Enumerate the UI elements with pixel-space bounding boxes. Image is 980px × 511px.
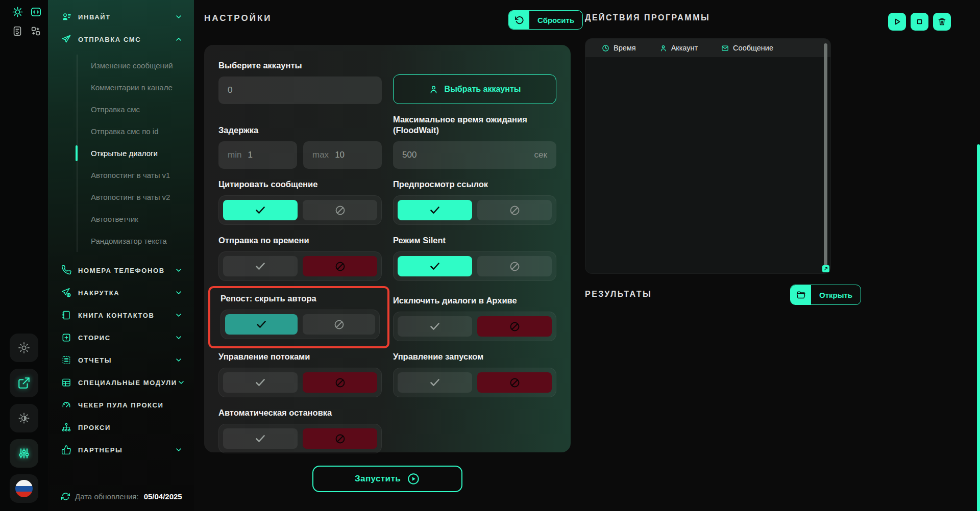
sidebar-item-contacts-book[interactable]: КНИГА КОНТАКТОВ	[48, 304, 194, 326]
folder-open-icon	[791, 285, 811, 304]
envelope-icon	[721, 44, 729, 52]
column-account[interactable]: Аккаунт	[659, 44, 698, 52]
toggle-off-button[interactable]	[477, 372, 552, 393]
sidebar-item-reports[interactable]: ОТЧЕТЫ	[48, 349, 194, 371]
toggle-off-button[interactable]	[477, 200, 552, 220]
toggle-off-button[interactable]	[303, 314, 375, 335]
toggle-on-button[interactable]	[398, 316, 472, 337]
rail-bottom-buttons	[0, 334, 48, 503]
toggle-off-button[interactable]	[477, 316, 552, 337]
toggle-label: Предпросмотр ссылок	[393, 179, 556, 190]
sidebar-item-proxy[interactable]: ПРОКСИ	[48, 416, 194, 439]
document-check-icon[interactable]	[11, 24, 24, 38]
open-results-button[interactable]: Открыть	[790, 285, 861, 305]
external-link-icon[interactable]	[10, 369, 38, 397]
floodwait-label: Максимальное время ожидания (FloodWait)	[393, 114, 546, 136]
toggle-off-button[interactable]	[303, 256, 377, 276]
main-content: НАСТРОЙКИ Сбросить Выберите аккаунты 0 В…	[194, 0, 980, 511]
sidebar-item-invite[interactable]: ИНВАЙТ	[48, 6, 194, 28]
plus-square-icon	[61, 333, 71, 343]
select-accounts-label: Выбрать аккаунты	[445, 85, 521, 94]
table-scrollbar[interactable]	[824, 43, 827, 270]
sidebar-item-special-modules[interactable]: СПЕЦИАЛЬНЫЕ МОДУЛИ	[48, 371, 194, 394]
toggle-field-silent-mode: Режим Silent	[393, 235, 556, 281]
toggle-off-button[interactable]	[303, 428, 377, 449]
floodwait-input[interactable]: 500 сек	[393, 141, 556, 169]
sidebar-item-label: СТОРИС	[78, 334, 111, 342]
submenu-item[interactable]: Отправка смс по id	[78, 120, 194, 142]
toggle-on-button[interactable]	[398, 256, 472, 276]
toggle-off-button[interactable]	[303, 372, 377, 393]
sidebar-item-proxy-checker[interactable]: ЧЕКЕР ПУЛА ПРОКСИ	[48, 394, 194, 416]
select-accounts-field: Выбрать аккаунты	[393, 60, 556, 104]
bug-settings-icon[interactable]	[11, 5, 24, 18]
submenu-item[interactable]: Автоответчик	[78, 208, 194, 230]
trash-icon	[938, 17, 946, 26]
toggle-on-button[interactable]	[398, 200, 472, 220]
toggle-auto-stop	[218, 424, 382, 453]
actions-table-header: Время Аккаунт Сообщение	[585, 39, 830, 57]
left-rail	[0, 0, 48, 511]
reset-button-label: Сбросить	[529, 11, 582, 29]
toggle-on-button[interactable]	[223, 372, 298, 393]
submenu-item[interactable]: Автопостинг в чаты v2	[78, 186, 194, 208]
toggle-on-button[interactable]	[223, 428, 298, 449]
toggle-label: Автоматическая остановка	[218, 407, 382, 418]
sidebar-item-stories[interactable]: СТОРИС	[48, 326, 194, 349]
theme-sun-icon[interactable]	[10, 404, 38, 432]
accounts-input[interactable]: 0	[218, 76, 382, 104]
toggle-off-button[interactable]	[303, 200, 377, 220]
plane-plus-icon	[61, 288, 71, 298]
sidebar-item-partners[interactable]: ПАРТНЕРЫ	[48, 439, 194, 461]
gauge-icon	[61, 400, 71, 410]
delay-max-input[interactable]: max 10	[303, 141, 382, 169]
reset-button[interactable]: Сбросить	[508, 10, 583, 30]
sidebar-item-send-sms[interactable]: ОТПРАВКА СМС	[48, 28, 194, 50]
page-scrollbar[interactable]	[977, 144, 980, 511]
run-button[interactable]: Запустить	[312, 466, 462, 492]
delete-button[interactable]	[933, 13, 951, 31]
toggle-field-repost-hide-author: Репост: скрыть автора	[218, 291, 382, 341]
equalizer-icon[interactable]	[10, 439, 38, 468]
swap-windows-icon[interactable]	[29, 24, 42, 38]
floodwait-value: 500	[402, 150, 416, 160]
play-button[interactable]	[888, 13, 906, 31]
toggle-on-button[interactable]	[223, 200, 298, 220]
submenu-item[interactable]: Отправка смс	[78, 98, 194, 120]
sidebar-item-label: ИНВАЙТ	[78, 13, 111, 21]
sidebar-item-label: СПЕЦИАЛЬНЫЕ МОДУЛИ	[78, 379, 177, 387]
table-window-icon	[61, 377, 71, 388]
toggle-on-button[interactable]	[225, 314, 298, 335]
refresh-icon[interactable]	[61, 492, 70, 501]
flag-ru-icon[interactable]	[10, 474, 38, 503]
play-circle-icon	[407, 472, 420, 486]
column-time[interactable]: Время	[602, 44, 636, 52]
toggle-label: Режим Silent	[393, 235, 556, 246]
submenu-item[interactable]: Изменение сообщений	[78, 55, 194, 76]
submenu-item-active[interactable]: Открытые диалоги	[78, 142, 194, 164]
resize-handle[interactable]	[822, 265, 829, 272]
update-date-label: Дата обновления:	[75, 492, 139, 501]
code-window-icon[interactable]	[29, 5, 42, 18]
column-message[interactable]: Сообщение	[721, 44, 773, 52]
send-sms-submenu: Изменение сообщений Комментарии в канале…	[77, 55, 194, 252]
toggle-on-button[interactable]	[223, 256, 298, 276]
open-results-label: Открыть	[811, 285, 861, 304]
sidebar-item-boost[interactable]: НАКРУТКА	[48, 282, 194, 304]
stop-button[interactable]	[911, 13, 928, 31]
paper-plane-icon	[61, 34, 71, 44]
submenu-item[interactable]: Комментарии в канале	[78, 76, 194, 98]
min-prefix: min	[228, 150, 241, 160]
delay-min-input[interactable]: min 1	[218, 141, 297, 169]
toggle-on-button[interactable]	[398, 372, 472, 393]
submenu-item[interactable]: Автопостинг в чаты v1	[78, 164, 194, 186]
select-accounts-button[interactable]: Выбрать аккаунты	[393, 74, 556, 104]
toggle-field-send-by-time: Отправка по времени	[218, 235, 382, 281]
submenu-item[interactable]: Рандомизатор текста	[78, 230, 194, 252]
gear-icon[interactable]	[10, 334, 38, 362]
play-icon	[893, 17, 901, 26]
contacts-book-icon	[61, 310, 71, 320]
toggle-off-button[interactable]	[477, 256, 552, 276]
max-value: 10	[335, 150, 345, 160]
sidebar-item-phone-numbers[interactable]: НОМЕРА ТЕЛЕФОНОВ	[48, 259, 194, 282]
